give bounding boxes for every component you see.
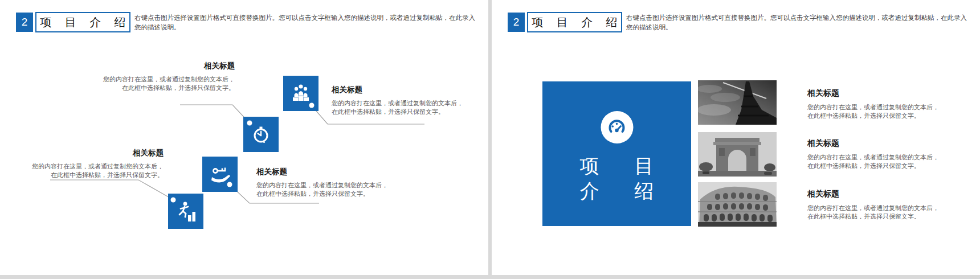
callout-block: 相关标题 您的内容打在这里，或者通过复制您的文本后， 在此框中选择粘贴，并选择只…: [332, 85, 468, 116]
section-description: 右键点击图片选择设置图片格式可直接替换图片。您可以点击文字框输入您的描述说明，或…: [134, 13, 476, 32]
callout-text-line: 您的内容打在这里，或者通过复制您的文本后，: [256, 181, 393, 190]
photo-caption-block: 相关标题 您的内容打在这里，或者通过复制您的文本后， 在此框中选择粘贴，并选择只…: [807, 88, 950, 120]
podium-winners-icon: [283, 76, 318, 111]
section-description: 右键点击图片选择设置图片格式可直接替换图片。您可以点击文字框输入您的描述说明，或…: [626, 13, 968, 32]
speedometer-icon: [601, 111, 633, 143]
caption-text-line: 在此框中选择粘贴，并选择只保留文字。: [807, 162, 950, 170]
arc-de-triomphe-photo: [698, 132, 777, 177]
caption-text-line: 您的内容打在这里，或者通过复制您的文本后，: [807, 204, 950, 212]
feature-title-line: 介 绍: [542, 178, 706, 203]
section-number-badge: 2: [508, 13, 525, 32]
slide-thumbnail-left[interactable]: 2 项 目 介 绍 右键点击图片选择设置图片格式可直接替换图片。您可以点击文字框…: [0, 0, 488, 275]
feature-panel: 项 目 介 绍: [542, 81, 691, 226]
photo-caption-block: 相关标题 您的内容打在这里，或者通过复制您的文本后， 在此框中选择粘贴，并选择只…: [807, 189, 950, 221]
callout-text-line: 您的内容打在这里，或者通过复制您的文本后，: [75, 75, 235, 84]
section-title: 项 目 介 绍: [40, 15, 131, 30]
caption-text-line: 在此框中选择粘贴，并选择只保留文字。: [807, 112, 950, 120]
callout-text-line: 在此框中选择粘贴，并选择只保留文字。: [75, 84, 235, 92]
caption-text-line: 您的内容打在这里，或者通过复制您的文本后，: [807, 103, 950, 112]
section-number: 2: [22, 16, 28, 28]
stopwatch-icon: [243, 117, 279, 152]
career-growth-icon: [168, 194, 203, 229]
feature-title: 项 目 介 绍: [542, 153, 691, 203]
key-in-hand-icon: [202, 157, 238, 192]
eiffel-tower-photo: [698, 80, 777, 125]
callout-text-line: 您的内容打在这里，或者通过复制您的文本后，: [14, 162, 164, 171]
slide-thumbnail-right[interactable]: 2 项 目 介 绍 右键点击图片选择设置图片格式可直接替换图片。您可以点击文字框…: [492, 0, 980, 275]
callout-block: 相关标题 您的内容打在这里，或者通过复制您的文本后， 在此框中选择粘贴，并选择只…: [75, 61, 235, 92]
feature-title-line: 项 目: [542, 153, 706, 178]
colosseum-photo: [698, 182, 777, 227]
callout-title: 相关标题: [256, 167, 393, 177]
caption-text-line: 您的内容打在这里，或者通过复制您的文本后，: [807, 153, 950, 162]
section-title-box: 项 目 介 绍: [35, 12, 130, 32]
caption-text-line: 在此框中选择粘贴，并选择只保留文字。: [807, 212, 950, 221]
callout-text-line: 在此框中选择粘贴，并选择只保留文字。: [332, 108, 468, 116]
callout-text-line: 在此框中选择粘贴，并选择只保留文字。: [256, 190, 393, 198]
callout-text-line: 在此框中选择粘贴，并选择只保留文字。: [14, 171, 164, 179]
callout-title: 相关标题: [332, 85, 468, 95]
caption-title: 相关标题: [807, 138, 950, 149]
section-title: 项 目 介 绍: [532, 15, 623, 30]
callout-title: 相关标题: [75, 61, 235, 71]
slides-preview-canvas: 2 项 目 介 绍 右键点击图片选择设置图片格式可直接替换图片。您可以点击文字框…: [0, 0, 980, 279]
section-number: 2: [513, 16, 520, 28]
callout-block: 相关标题 您的内容打在这里，或者通过复制您的文本后， 在此框中选择粘贴，并选择只…: [256, 167, 393, 198]
callout-block: 相关标题 您的内容打在这里，或者通过复制您的文本后， 在此框中选择粘贴，并选择只…: [14, 148, 164, 179]
caption-title: 相关标题: [807, 189, 950, 199]
photo-caption-block: 相关标题 您的内容打在这里，或者通过复制您的文本后， 在此框中选择粘贴，并选择只…: [807, 138, 950, 170]
section-number-badge: 2: [16, 13, 33, 32]
section-title-box: 项 目 介 绍: [527, 12, 622, 32]
callout-title: 相关标题: [14, 148, 164, 158]
callout-text-line: 您的内容打在这里，或者通过复制您的文本后，: [332, 99, 468, 108]
caption-title: 相关标题: [807, 88, 950, 99]
